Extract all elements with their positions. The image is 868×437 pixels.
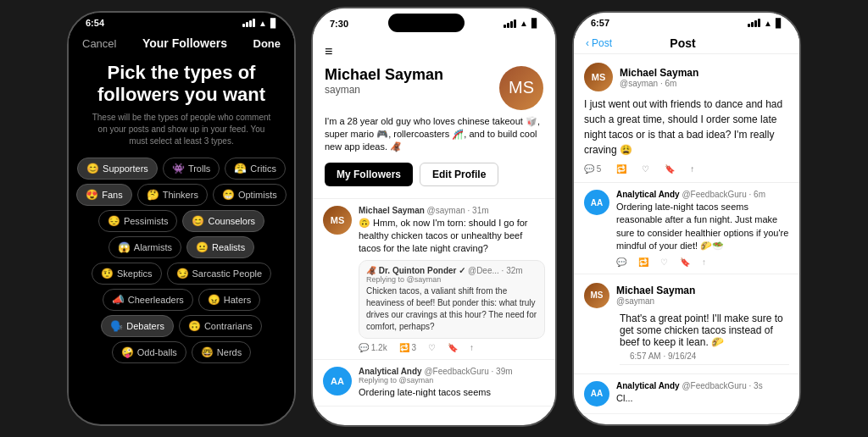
chips-grid: 😊Supporters 👾Trolls 😤Critics 😍Fans 🤔Thin…	[69, 154, 294, 367]
nav-bar-3: ‹ Post Post	[574, 31, 799, 53]
chip-cheerleaders[interactable]: 📣Cheerleaders	[103, 289, 193, 311]
chip-critics[interactable]: 😤Critics	[225, 158, 286, 180]
reply-3-meta: Analytical Andy @FeedbackGuru · 3s	[616, 381, 763, 390]
r1-share[interactable]: ↑	[702, 257, 706, 267]
main-post-header: MS Michael Sayman @sayman · 6m	[584, 63, 789, 91]
sayman-reply-text: That's a great point! I'll make sure to …	[620, 313, 789, 348]
post-body-2: Analytical Andy @FeedbackGuru · 39m Repl…	[359, 367, 545, 399]
chip-optimists[interactable]: 😁Optimists	[213, 184, 287, 206]
nav-title-1: Your Followers	[142, 36, 227, 50]
comment-count[interactable]: 💬 1.2k	[359, 343, 387, 352]
r1-comment[interactable]: 💬	[616, 257, 626, 267]
post-actions-1: 💬 1.2k 🔁 3 ♡ 🔖 ↑	[359, 343, 545, 352]
wifi-icon: ▲	[259, 19, 267, 28]
chip-contrarians[interactable]: 🙃Contrarians	[179, 315, 262, 337]
status-icons-2: ▲ ▊	[504, 19, 538, 28]
post-nested-1: 🦧 Dr. Quinton Ponder ✓ @Dee... · 32m Rep…	[359, 260, 545, 339]
mp-bookmark[interactable]: 🔖	[665, 164, 675, 174]
chip-trolls[interactable]: 👾Trolls	[163, 158, 220, 180]
sayman-reply-handle: @sayman	[616, 296, 695, 306]
wifi-icon-2: ▲	[520, 19, 528, 28]
post-meta-1: Michael Sayman @sayman · 31m	[359, 206, 545, 215]
bookmark-btn[interactable]: 🔖	[448, 343, 458, 352]
reply-1-actions: 💬 🔁 ♡ 🔖 ↑	[616, 257, 789, 267]
nested-text-1: Chicken tacos, a valiant shift from the …	[366, 285, 537, 333]
post-item-1: MS Michael Sayman @sayman · 31m 🙃 Hmm, o…	[313, 199, 555, 360]
sayman-reply-avatar: MS	[584, 283, 609, 308]
main-post-avatar: MS	[584, 63, 613, 91]
r1-bookmark[interactable]: 🔖	[680, 257, 690, 267]
reply-1-body: Analytical Andy @FeedbackGuru · 6m Order…	[616, 190, 789, 267]
nav-bar-1: Cancel Your Followers Done	[69, 31, 294, 53]
chip-counselors[interactable]: 😊Counselors	[182, 210, 264, 232]
share-btn[interactable]: ↑	[470, 343, 474, 352]
chip-nerds[interactable]: 🤓Nerds	[192, 341, 251, 363]
phone3-content: ‹ Post Post MS Michael Sayman @sayman · …	[574, 31, 799, 416]
sub-text: These will be the types of people who co…	[69, 112, 294, 154]
phones-container: 6:54 ▲ ▊ Cancel Your Followers Done Pick…	[0, 0, 868, 437]
chips-row-3: 😔Pessimists 😊Counselors	[77, 210, 286, 232]
status-bar-2: 7:30 ▲ ▊	[313, 8, 555, 37]
chip-oddballs[interactable]: 🤪Odd-balls	[112, 341, 186, 363]
sayman-reply-info: Michael Sayman @sayman	[616, 285, 695, 306]
status-icons-1: ▲ ▊	[242, 19, 277, 28]
chips-row-2: 😍Fans 🤔Thinkers 😁Optimists	[77, 184, 286, 206]
r1-like[interactable]: ♡	[660, 257, 668, 267]
phone-profile: 7:30 ▲ ▊ ≡ Michael Sayman sayman	[311, 7, 557, 427]
cancel-button[interactable]: Cancel	[82, 37, 116, 50]
chip-alarmists[interactable]: 😱Alarmists	[108, 236, 181, 258]
battery-icon: ▊	[270, 19, 277, 28]
reply-3-avatar: AA	[584, 381, 609, 407]
chip-realists[interactable]: 😐Realists	[186, 236, 254, 258]
chip-sarcastic[interactable]: 😏Sarcastic People	[167, 263, 272, 285]
my-followers-tab[interactable]: My Followers	[325, 163, 413, 186]
mp-comment[interactable]: 💬 5	[584, 164, 601, 174]
chip-debaters[interactable]: 🗣️Debaters	[101, 315, 174, 337]
r1-retweet[interactable]: 🔁	[638, 257, 648, 267]
main-heading: Pick the types of followers you want	[69, 53, 294, 112]
avatar-image: MS	[499, 66, 543, 110]
hamburger-icon[interactable]: ≡	[325, 44, 543, 59]
mp-share[interactable]: ↑	[690, 164, 694, 174]
chips-row-8: 🤪Odd-balls 🤓Nerds	[77, 341, 286, 363]
profile-row: Michael Sayman sayman MS	[325, 66, 543, 110]
phone-followers: 6:54 ▲ ▊ Cancel Your Followers Done Pick…	[67, 11, 296, 426]
wifi-icon-3: ▲	[764, 19, 772, 28]
post-item-2: AA Analytical Andy @FeedbackGuru · 39m R…	[313, 360, 555, 407]
chip-fans[interactable]: 😍Fans	[76, 184, 131, 206]
mp-like[interactable]: ♡	[642, 164, 649, 174]
signal-icon-3	[748, 19, 760, 27]
mp-retweet[interactable]: 🔁	[616, 164, 626, 174]
edit-profile-tab[interactable]: Edit Profile	[420, 163, 498, 186]
reply-3-text: Cl...	[616, 392, 763, 405]
phone-thread: 6:57 ▲ ▊ ‹ Post Post MS	[572, 11, 801, 426]
like-btn[interactable]: ♡	[428, 343, 436, 352]
main-post-name: Michael Sayman	[620, 67, 698, 79]
chip-supporters[interactable]: 😊Supporters	[77, 158, 158, 180]
signal-icon-2	[504, 19, 516, 28]
chip-skeptics[interactable]: 🤨Skeptics	[92, 263, 162, 285]
sayman-reply-name: Michael Sayman	[616, 285, 695, 296]
nav-title-3: Post	[670, 36, 695, 50]
chip-haters[interactable]: 😠Haters	[198, 289, 260, 311]
reply-1-avatar: AA	[584, 190, 609, 215]
signal-icon	[242, 19, 255, 27]
profile-handle: sayman	[325, 84, 443, 96]
back-button[interactable]: ‹ Post	[586, 37, 612, 49]
profile-info: Michael Sayman sayman	[325, 66, 443, 96]
feed: MS Michael Sayman @sayman · 31m 🙃 Hmm, o…	[313, 199, 555, 412]
main-post: MS Michael Sayman @sayman · 6m I just we…	[574, 54, 799, 183]
chips-row-1: 😊Supporters 👾Trolls 😤Critics	[77, 158, 286, 180]
chip-pessimists[interactable]: 😔Pessimists	[98, 210, 178, 232]
replying-label: Replying to @sayman	[366, 275, 537, 284]
chip-thinkers[interactable]: 🤔Thinkers	[137, 184, 208, 206]
done-button[interactable]: Done	[253, 37, 281, 50]
main-post-text: I just went out with friends to dance an…	[584, 97, 789, 158]
dynamic-island	[388, 14, 465, 32]
post-avatar-2: AA	[323, 367, 352, 396]
chips-row-7: 🗣️Debaters 🙃Contrarians	[77, 315, 286, 337]
post-text-1: 🙃 Hmm, ok now I'm torn: should I go for …	[359, 217, 545, 256]
phone1-content: Cancel Your Followers Done Pick the type…	[69, 31, 294, 416]
retweet-count[interactable]: 🔁 3	[399, 343, 416, 352]
main-post-meta: Michael Sayman @sayman · 6m	[620, 67, 698, 88]
